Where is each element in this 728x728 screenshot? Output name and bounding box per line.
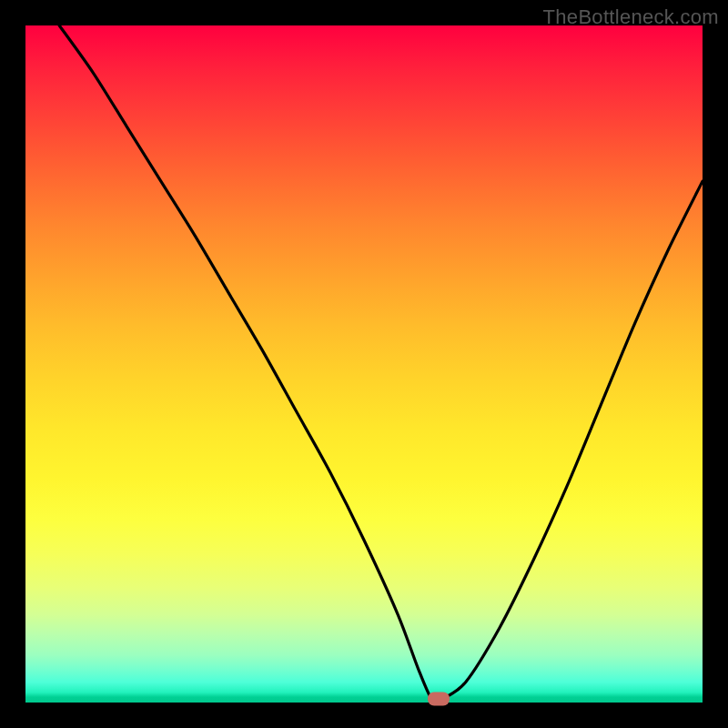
curve-svg [25, 25, 703, 703]
plot-area [25, 25, 703, 703]
chart-frame: TheBottleneck.com [0, 0, 728, 728]
watermark-text: TheBottleneck.com [543, 5, 719, 29]
optimum-marker [428, 693, 450, 706]
bottleneck-curve [59, 25, 703, 702]
